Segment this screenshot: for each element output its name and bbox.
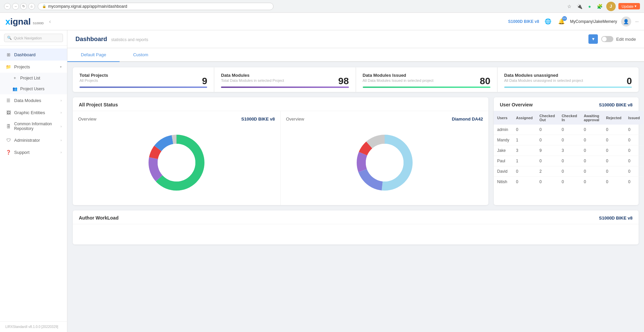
more-options-icon[interactable]: ··· xyxy=(635,19,639,24)
table-row: Nitish 0 0 0 0 0 0 xyxy=(494,177,643,187)
stat-data-modules: Data Modules Total Data Modules in selec… xyxy=(214,67,355,92)
user-table-header-row: Users Assigned Checked Out Checked In Aw… xyxy=(494,111,643,125)
language-icon[interactable]: 🌐 xyxy=(543,17,553,26)
cell-assigned: 1 xyxy=(513,156,536,166)
cell-checked-out: 0 xyxy=(536,125,558,135)
cell-checked-in: 0 xyxy=(558,177,580,187)
stat-label-2: Data Modules Issued xyxy=(363,73,490,78)
col-users: Users xyxy=(494,111,513,125)
search-icon: 🔍 xyxy=(7,36,12,40)
donut-chart-2 xyxy=(286,126,483,200)
sidebar-item-projects[interactable]: 📁 Projects ▾ xyxy=(0,61,67,73)
stat-bar-1 xyxy=(221,87,349,88)
sidebar-item-support[interactable]: ❓ Support › xyxy=(0,146,67,158)
sidebar-item-project-list[interactable]: + Project List xyxy=(0,73,67,84)
cell-checked-out: 0 xyxy=(536,156,558,166)
chart-project-name-1: S1000D BIKE v8 xyxy=(241,117,275,122)
sidebar-footer: LIRXStandardI v8.1.0.0 [20220329] xyxy=(0,321,67,332)
stat-label-0: Total Projects xyxy=(79,73,207,78)
sidebar-item-graphic-entities[interactable]: 🖼 Graphic Entities › xyxy=(0,106,67,119)
cell-awaiting: 0 xyxy=(580,177,603,187)
extension-icon-3[interactable]: 🧩 xyxy=(596,3,604,10)
table-row: Jake 3 9 3 0 0 0 xyxy=(494,145,643,156)
extension-icon-2[interactable]: ● xyxy=(586,3,593,10)
stat-desc-1: Total Data Modules in selected Project xyxy=(221,78,349,82)
footer-version-text: LIRXStandardI v8.1.0.0 [20220329] xyxy=(5,325,58,329)
user-overview-panel: User Overview S1000D BIKE v8 Users Assig… xyxy=(494,97,639,205)
edit-mode-switch[interactable] xyxy=(601,36,613,42)
projects-submenu: + Project List 👥 Project Users xyxy=(0,73,67,94)
page-title: Dashboard xyxy=(75,36,107,43)
logo-x: x xyxy=(5,16,10,27)
notification-icon[interactable]: 🔔 03 xyxy=(557,17,566,26)
common-info-chevron-icon: › xyxy=(61,125,62,128)
sidebar-item-data-modules[interactable]: ☰ Data Modules › xyxy=(0,94,67,106)
sidebar-item-common-info[interactable]: 🗄 Common Information Repository › xyxy=(0,119,67,134)
profile-avatar[interactable]: J xyxy=(606,2,616,11)
cell-assigned: 0 xyxy=(513,166,536,177)
cell-assigned: 1 xyxy=(513,135,536,145)
svg-point-5 xyxy=(158,144,195,181)
sidebar-toggle-button[interactable]: ‹ xyxy=(49,19,51,25)
dashboard-icon: ⊞ xyxy=(5,52,11,58)
update-button[interactable]: Update ▾ xyxy=(618,3,640,9)
browser-chrome: ← → ↻ ⌂ 🔒 mycompany.xignal.app/app/main/… xyxy=(0,0,644,13)
browser-action-buttons: ☆ 🔌 ● 🧩 J Update ▾ xyxy=(566,2,640,11)
quick-nav-search[interactable]: 🔍 Quick Navigation xyxy=(4,34,63,42)
cell-issued: 0 xyxy=(625,135,643,145)
toggle-knob xyxy=(602,37,607,41)
sidebar-item-project-users[interactable]: 👥 Project Users xyxy=(0,84,67,94)
col-issued: Issued xyxy=(625,111,643,125)
address-bar[interactable]: 🔒 mycompany.xignal.app/app/main/dashboar… xyxy=(38,3,273,10)
stat-label-1: Data Modules xyxy=(221,73,349,78)
reload-button[interactable]: ↻ xyxy=(20,3,27,10)
sidebar-item-dashboard[interactable]: ⊞ Dashboard xyxy=(0,48,67,61)
back-button[interactable]: ← xyxy=(4,3,11,10)
cell-checked-in: 3 xyxy=(558,145,580,156)
svg-point-12 xyxy=(366,144,404,181)
url-text: mycompany.xignal.app/app/main/dashboard xyxy=(48,4,127,9)
sidebar-item-administrator[interactable]: 🛡 Administrator › xyxy=(0,134,67,146)
chart-section-2: Overview Diamond DA42 xyxy=(281,111,488,205)
project-status-title: All Project Status xyxy=(79,102,118,107)
cell-user: David xyxy=(494,166,513,177)
table-row: Paul 1 0 0 0 0 0 xyxy=(494,156,643,166)
stat-data-modules-issued: Data Modules Issued All Data Modules Iss… xyxy=(356,67,497,92)
app-wrapper: xignal S1000D ‹ S1000D BIKE v8 🌐 🔔 03 My… xyxy=(0,13,644,332)
sidebar-project-list-label: Project List xyxy=(20,76,40,80)
stat-value-3: 0 xyxy=(626,76,632,87)
cell-checked-out: 9 xyxy=(536,145,558,156)
stat-desc-0: All Projects xyxy=(79,78,207,82)
col-checked-in: Checked In xyxy=(558,111,580,125)
donut-chart-1 xyxy=(78,126,275,200)
stat-value-1: 98 xyxy=(338,76,349,87)
stat-bar-3 xyxy=(504,87,632,88)
header-right: S1000D BIKE v8 🌐 🔔 03 MyCompany\JakeMeme… xyxy=(508,16,639,27)
sidebar-common-info-label: Common Information Repository xyxy=(14,122,58,131)
chart-project-name-2: Diamond DA42 xyxy=(452,117,483,122)
cell-rejected: 0 xyxy=(603,177,625,187)
data-modules-icon: ☰ xyxy=(5,97,11,103)
tab-custom-label: Custom xyxy=(133,52,148,57)
chart-label-row-1: Overview S1000D BIKE v8 xyxy=(78,117,275,122)
stat-value-2: 80 xyxy=(480,76,490,87)
chart-section-1: Overview S1000D BIKE v8 xyxy=(73,111,281,205)
home-button[interactable]: ⌂ xyxy=(28,3,35,10)
sidebar-search-area: 🔍 Quick Navigation xyxy=(0,30,67,46)
graphic-entities-chevron-icon: › xyxy=(61,111,62,114)
col-checked-out: Checked Out xyxy=(536,111,558,125)
forward-button[interactable]: → xyxy=(12,3,19,10)
tab-default-page[interactable]: Default Page xyxy=(67,48,120,62)
bookmark-icon[interactable]: ☆ xyxy=(566,3,573,10)
update-label: Update xyxy=(622,4,634,8)
user-overview-header: User Overview S1000D BIKE v8 xyxy=(494,97,639,111)
sidebar-data-modules-label: Data Modules xyxy=(14,98,58,103)
cell-checked-in: 0 xyxy=(558,166,580,177)
donut-svg-1 xyxy=(146,132,207,193)
charts-row: Overview S1000D BIKE v8 xyxy=(73,111,488,205)
tab-custom[interactable]: Custom xyxy=(120,48,162,62)
chart-overview-label-1: Overview xyxy=(78,117,96,122)
extension-icon-1[interactable]: 🔌 xyxy=(576,3,583,10)
filter-button[interactable]: ▼ xyxy=(588,34,598,44)
app-logo: xignal S1000D xyxy=(5,17,44,26)
